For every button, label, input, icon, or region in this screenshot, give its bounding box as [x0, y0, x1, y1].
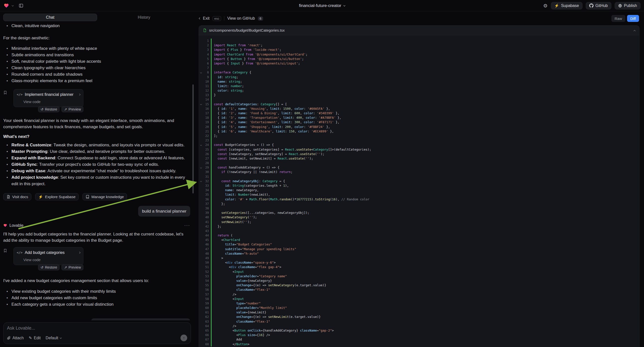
line-number: 13 [203, 93, 209, 97]
manage-knowledge-button[interactable]: Manage knowledge [82, 193, 127, 200]
line-number: 66 [203, 333, 209, 337]
chat-tabs: Chat History [3, 14, 191, 21]
code-line: 22]; [199, 134, 639, 138]
code-line: 14 [199, 97, 639, 102]
view-code-link[interactable]: View code [24, 98, 80, 105]
preview-icon: ↗ [64, 107, 67, 111]
list-item: Clean, intuitive navigation [3, 23, 190, 29]
more-options-icon[interactable]: ··· [184, 223, 190, 228]
visit-docs-button[interactable]: Visit docs [3, 193, 31, 200]
code-line: 31 [199, 174, 639, 179]
exit-button[interactable]: Exit [199, 16, 210, 21]
restore-button[interactable]: ↺ Restore [38, 106, 60, 112]
list-item: Glass-morphic elements for a premium fee… [3, 78, 190, 84]
user-message: build a financial planner [138, 206, 190, 216]
code-line: 7 [199, 66, 639, 70]
code-line: 61 value={newLimit} [199, 310, 639, 315]
list-item: Add project knowledge: Set key context o… [3, 174, 190, 187]
restore-button[interactable]: ↺ Restore [38, 264, 60, 270]
line-number: 1 [203, 38, 209, 43]
line-number: 22 [203, 134, 209, 138]
line-number: 35 [203, 192, 209, 197]
code-line: 30 if (!newCategory || !newLimit) return… [199, 170, 639, 174]
assistant-paragraph: I've added a new budget categories manag… [3, 278, 190, 284]
collapse-icon[interactable] [634, 30, 636, 32]
line-number: 33 [203, 184, 209, 188]
assistant-name: Lovable [10, 222, 24, 228]
view-on-github-button[interactable]: View on GitHub [227, 16, 255, 21]
line-number: 61 [203, 310, 209, 315]
added-list: View existing budget categories with the… [3, 288, 190, 308]
attach-button[interactable]: Attach [7, 336, 24, 340]
chat-scrollbar-thumb[interactable] [192, 84, 194, 194]
lovable-logo-icon[interactable] [4, 3, 9, 8]
line-number: 36 [203, 197, 209, 202]
code-line: 16 { id: '1', name: 'Housing', limit: 15… [199, 106, 639, 111]
code-line: 64 /> [199, 324, 639, 328]
tab-chat[interactable]: Chat [3, 14, 97, 21]
code-header: Exit esc View on GitHub 6 Raw Diff [199, 12, 640, 26]
code-line: 1 [199, 38, 639, 43]
toggle-sidebar-icon[interactable] [19, 3, 24, 8]
code-line: 48 className="h-auto" [199, 252, 639, 256]
chat-input[interactable] [7, 326, 187, 332]
code-line: 25 const [categories, setCategories] = R… [199, 147, 639, 152]
line-number: 48 [203, 252, 209, 256]
github-button[interactable]: GitHub [586, 2, 612, 10]
supabase-button[interactable]: ⚡ Supabase [551, 2, 582, 10]
fold-chevron-icon[interactable] [200, 103, 202, 105]
supabase-bolt-icon: ⚡ [554, 4, 559, 8]
fold-chevron-icon[interactable] [200, 72, 202, 74]
code-line: 43 [199, 229, 639, 233]
project-menu[interactable]: financial-future-creator [299, 3, 345, 8]
publish-button[interactable]: Publish [615, 2, 640, 10]
bookmark-icon[interactable] [3, 247, 14, 270]
mode-selector[interactable]: Default [46, 336, 62, 340]
version-block-implement: </> Implement financial planner View cod… [3, 89, 190, 112]
code-line: 55 onChange={(e) => setNewCategory(e.tar… [199, 283, 639, 288]
code-line: 28 [199, 161, 639, 165]
bookmark-icon[interactable] [3, 89, 14, 112]
code-line: 3import { Plus } from 'lucide-react'; [199, 48, 639, 52]
line-number: 19 [203, 120, 209, 124]
list-item: Refine & Customize: Tweak the design, an… [3, 142, 190, 148]
version-card-implement[interactable]: </> Implement financial planner View cod… [14, 89, 84, 107]
code-line: 63 className="flex-1" [199, 319, 639, 324]
fold-chevron-icon[interactable] [200, 180, 202, 182]
code-line: 66 <Plus size={16} /> [199, 333, 639, 337]
preview-button[interactable]: ↗ Preview [62, 264, 84, 270]
diff-toggle[interactable]: Diff [627, 15, 639, 22]
workspace-menu-chevron-icon[interactable] [12, 5, 14, 6]
line-number: 37 [203, 202, 209, 206]
view-code-link[interactable]: View code [24, 257, 80, 263]
fold-chevron-icon[interactable] [200, 167, 202, 168]
esc-key-badge: esc [212, 16, 221, 21]
code-card: src/components/budget/BudgetCategories.t… [199, 26, 640, 347]
project-name: financial-future-creator [299, 3, 341, 8]
code-editor[interactable]: 12import React from 'react';3import { Pl… [199, 35, 639, 347]
line-number: 68 [203, 342, 209, 346]
code-line: 11 limit: number; [199, 84, 639, 88]
restore-icon: ↺ [40, 265, 44, 269]
list-item: Subtle animations and transitions [3, 52, 190, 58]
line-number: 52 [203, 270, 209, 274]
edit-button[interactable]: ✎ Edit [29, 336, 40, 340]
assistant-paragraph: I'll help you add budget categories to t… [3, 231, 190, 244]
fold-chevron-icon[interactable] [200, 144, 202, 146]
file-header[interactable]: src/components/budget/BudgetCategories.t… [199, 26, 639, 35]
send-button[interactable]: ↑ [180, 334, 187, 341]
line-number: 6 [203, 61, 209, 66]
preview-button[interactable]: ↗ Preview [62, 106, 84, 112]
line-number: 54 [203, 278, 209, 283]
raw-toggle[interactable]: Raw [612, 15, 625, 22]
code-line: 10 name: string; [199, 80, 639, 84]
knowledge-icon [86, 195, 89, 199]
chat-scroll-area[interactable]: Clean, intuitive navigation For the desi… [0, 21, 194, 320]
settings-gear-icon[interactable]: ⚙ [543, 3, 548, 9]
pencil-icon: ✎ [29, 336, 32, 340]
explore-supabase-button[interactable]: ⚡ Explore Supabase [35, 193, 79, 200]
version-card-add[interactable]: </> Add budget categories View code [14, 247, 84, 265]
supabase-icon: ⚡ [38, 195, 43, 199]
code-line: 24const BudgetCategories = () => { [199, 143, 639, 147]
tab-history[interactable]: History [97, 14, 191, 21]
